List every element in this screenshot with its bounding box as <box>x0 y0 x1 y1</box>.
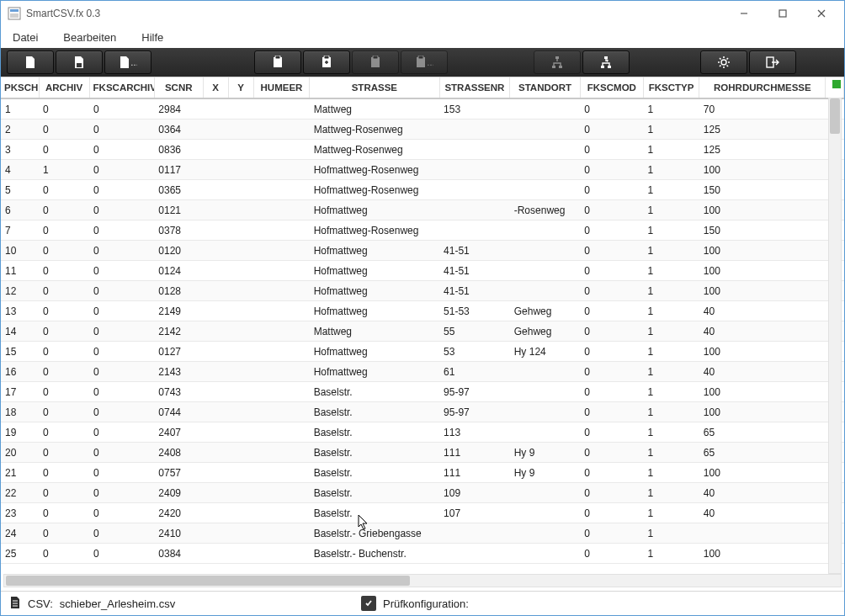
cell-strnr[interactable] <box>439 119 510 140</box>
cell-stand[interactable] <box>510 402 581 422</box>
cell-y[interactable] <box>228 241 253 261</box>
cell-archiv[interactable]: 0 <box>39 140 89 160</box>
cell-scnr[interactable]: 0744 <box>154 402 203 422</box>
cell-x[interactable] <box>203 281 228 301</box>
table-row[interactable]: 7000378Hofmattweg-Rosenweg01150 <box>1 220 844 241</box>
cell-typ[interactable]: 1 <box>643 180 699 200</box>
cell-id[interactable]: 6 <box>1 200 39 220</box>
cell-x[interactable] <box>203 140 228 160</box>
cell-mod[interactable]: 0 <box>580 523 643 544</box>
cell-fks[interactable]: 0 <box>89 503 154 523</box>
cell-rohr[interactable]: 150 <box>699 220 826 241</box>
cell-stand[interactable] <box>510 523 581 544</box>
cell-rohr[interactable]: 100 <box>699 200 826 220</box>
cell-stand[interactable] <box>510 140 581 160</box>
cell-typ[interactable]: 1 <box>643 483 699 503</box>
cell-mod[interactable]: 0 <box>580 544 643 564</box>
cell-x[interactable] <box>203 503 228 523</box>
table-row[interactable]: 21000757Baselstr.111Hy 901100 <box>1 463 844 483</box>
cell-stand[interactable]: Hy 9 <box>510 443 581 463</box>
menu-help[interactable]: Hilfe <box>136 29 168 45</box>
table-row[interactable]: 6000121Hofmattweg-Rosenweg01100 <box>1 200 844 220</box>
cell-id[interactable]: 18 <box>1 402 39 422</box>
cell-rohr[interactable]: 100 <box>699 342 826 362</box>
cell-stand[interactable] <box>510 119 581 140</box>
cell-hu[interactable] <box>253 321 309 342</box>
cell-x[interactable] <box>203 200 228 220</box>
cell-fks[interactable]: 0 <box>89 241 154 261</box>
cell-stand[interactable] <box>510 503 581 523</box>
cell-stand[interactable]: Hy 9 <box>510 463 581 483</box>
cell-scnr[interactable]: 2143 <box>154 362 203 382</box>
col-header-standort[interactable]: STANDORT <box>510 77 581 98</box>
table-row[interactable]: 12000128Hofmattweg41-5101100 <box>1 281 844 301</box>
cell-fks[interactable]: 0 <box>89 200 154 220</box>
cell-fks[interactable]: 0 <box>89 281 154 301</box>
close-button[interactable] <box>802 1 841 26</box>
cell-stand[interactable] <box>510 483 581 503</box>
cell-y[interactable] <box>228 382 253 402</box>
cell-mod[interactable]: 0 <box>580 281 643 301</box>
cell-stand[interactable] <box>510 382 581 402</box>
cell-id[interactable]: 21 <box>1 463 39 483</box>
cell-x[interactable] <box>203 544 228 564</box>
cell-scnr[interactable]: 0365 <box>154 180 203 200</box>
cell-strnr[interactable]: 55 <box>439 321 510 342</box>
cell-y[interactable] <box>228 98 253 119</box>
cell-y[interactable] <box>228 140 253 160</box>
cell-fks[interactable]: 0 <box>89 422 154 443</box>
cell-rohr[interactable]: 40 <box>699 301 826 321</box>
cell-rohr[interactable]: 100 <box>699 463 826 483</box>
cell-typ[interactable]: 1 <box>643 523 699 544</box>
cell-typ[interactable]: 1 <box>643 200 699 220</box>
cell-stand[interactable]: Hy 124 <box>510 342 581 362</box>
col-header-rohr[interactable]: ROHRDURCHMESSE <box>699 77 826 98</box>
cell-x[interactable] <box>203 382 228 402</box>
cell-mod[interactable]: 0 <box>580 119 643 140</box>
cell-x[interactable] <box>203 321 228 342</box>
table-header-row[interactable]: PKSCHIEBER ARCHIV FKSCARCHIV SCNR X Y HU… <box>1 77 844 98</box>
cell-rohr[interactable] <box>699 523 826 544</box>
cell-y[interactable] <box>228 281 253 301</box>
cell-mod[interactable]: 0 <box>580 422 643 443</box>
cell-mod[interactable]: 0 <box>580 160 643 180</box>
cell-archiv[interactable]: 0 <box>39 241 89 261</box>
cell-hu[interactable] <box>253 523 309 544</box>
maximize-button[interactable] <box>763 1 802 26</box>
cell-mod[interactable]: 0 <box>580 342 643 362</box>
cell-archiv[interactable]: 0 <box>39 523 89 544</box>
cell-scnr[interactable]: 2410 <box>154 523 203 544</box>
cell-fks[interactable]: 0 <box>89 160 154 180</box>
cell-str[interactable]: Baselstr. <box>310 503 439 523</box>
cell-mod[interactable]: 0 <box>580 321 643 342</box>
cell-strnr[interactable]: 41-51 <box>439 281 510 301</box>
col-header-y[interactable]: Y <box>228 77 253 98</box>
cell-rohr[interactable]: 100 <box>699 402 826 422</box>
document-menu-button[interactable]: … <box>104 50 151 74</box>
cell-mod[interactable]: 0 <box>580 382 643 402</box>
table-row[interactable]: 19002407Baselstr.1130165 <box>1 422 844 443</box>
cell-str[interactable]: Baselstr. <box>310 483 439 503</box>
cell-fks[interactable]: 0 <box>89 180 154 200</box>
cell-rohr[interactable]: 40 <box>699 483 826 503</box>
cell-hu[interactable] <box>253 119 309 140</box>
cell-rohr[interactable]: 100 <box>699 241 826 261</box>
table-row[interactable]: 22002409Baselstr.1090140 <box>1 483 844 503</box>
cell-archiv[interactable]: 0 <box>39 200 89 220</box>
cell-x[interactable] <box>203 241 228 261</box>
cell-rohr[interactable]: 100 <box>699 281 826 301</box>
cell-rohr[interactable]: 100 <box>699 382 826 402</box>
cell-stand[interactable]: Gehweg <box>510 321 581 342</box>
cell-hu[interactable] <box>253 160 309 180</box>
cell-typ[interactable]: 1 <box>643 301 699 321</box>
cell-fks[interactable]: 0 <box>89 463 154 483</box>
vertical-scrollbar-thumb[interactable] <box>830 98 840 134</box>
cell-hu[interactable] <box>253 180 309 200</box>
cell-stand[interactable] <box>510 422 581 443</box>
cell-mod[interactable]: 0 <box>580 463 643 483</box>
menu-file[interactable]: Datei <box>8 29 43 45</box>
cell-x[interactable] <box>203 443 228 463</box>
cell-strnr[interactable]: 41-51 <box>439 241 510 261</box>
cell-fks[interactable]: 0 <box>89 402 154 422</box>
cell-hu[interactable] <box>253 281 309 301</box>
